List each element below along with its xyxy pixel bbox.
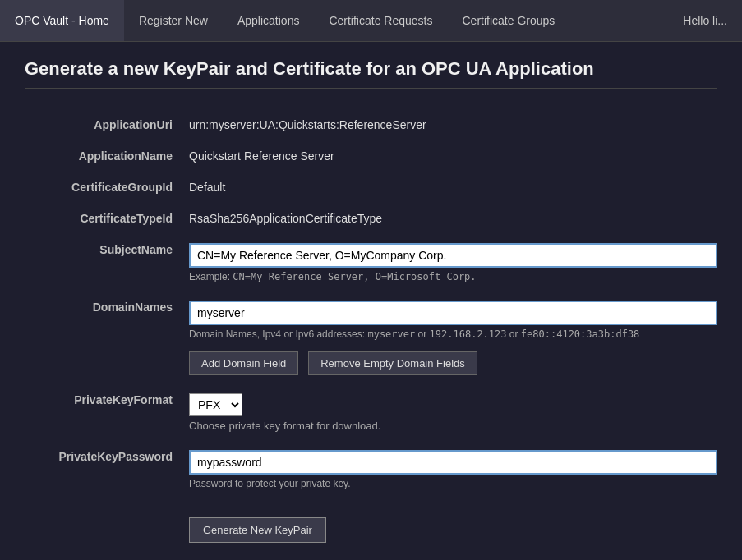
domain-names-example1: myserver (367, 328, 415, 340)
private-key-password-label: PrivateKeyPassword (25, 445, 189, 463)
subject-name-field-group: Example: CN=My Reference Server, O=Micro… (189, 238, 717, 282)
certificate-type-id-value: RsaSha256ApplicationCertificateType (189, 207, 717, 225)
submit-row: Generate New KeyPair (25, 503, 717, 543)
main-content: Generate a new KeyPair and Certificate f… (0, 42, 742, 560)
nav-home[interactable]: OPC Vault - Home (0, 0, 124, 41)
application-name-label: ApplicationName (25, 145, 189, 163)
domain-names-row: DomainNames Domain Names, Ipv4 or Ipv6 a… (25, 296, 717, 375)
private-key-format-row: PrivateKeyFormat PFX PEM Choose private … (25, 388, 717, 432)
submit-group: Generate New KeyPair (189, 503, 717, 543)
application-name-row: ApplicationName Quickstart Reference Ser… (25, 145, 717, 163)
application-uri-value: urn:myserver:UA:Quickstarts:ReferenceSer… (189, 113, 717, 131)
private-key-format-field-group: PFX PEM Choose private key format for do… (189, 388, 717, 432)
certificate-type-id-label: CertificateTypeId (25, 207, 189, 225)
private-key-format-hint: Choose private key format for download. (189, 420, 717, 432)
domain-buttons-group: Add Domain Field Remove Empty Domain Fie… (189, 345, 717, 375)
certificate-group-id-label: CertificateGroupId (25, 176, 189, 194)
domain-names-example3: fe80::4120:3a3b:df38 (521, 328, 640, 340)
nav-certificate-requests[interactable]: Certificate Requests (314, 0, 447, 41)
domain-names-or1: or (415, 328, 429, 340)
subject-name-hint-prefix: Example: (189, 271, 233, 282)
domain-names-hint: Domain Names, Ipv4 or Ipv6 addresses: my… (189, 328, 717, 340)
nav-applications[interactable]: Applications (223, 0, 315, 41)
subject-name-hint-value: CN=My Reference Server, O=Microsoft Corp… (233, 271, 476, 282)
page-title: Generate a new KeyPair and Certificate f… (25, 58, 717, 89)
domain-names-hint-prefix: Domain Names, Ipv4 or Ipv6 addresses: (189, 328, 367, 340)
private-key-format-select[interactable]: PFX PEM (189, 393, 242, 416)
submit-label-spacer (25, 503, 189, 507)
nav-certificate-groups[interactable]: Certificate Groups (447, 0, 569, 41)
private-key-password-field-group: Password to protect your private key. (189, 445, 717, 489)
remove-empty-domain-fields-button[interactable]: Remove Empty Domain Fields (308, 351, 477, 375)
subject-name-row: SubjectName Example: CN=My Reference Ser… (25, 238, 717, 282)
navigation: OPC Vault - Home Register New Applicatio… (0, 0, 742, 42)
domain-names-example2: 192.168.2.123 (430, 328, 507, 340)
form: ApplicationUri urn:myserver:UA:Quickstar… (25, 113, 717, 543)
subject-name-input[interactable] (189, 243, 717, 268)
nav-register-new[interactable]: Register New (124, 0, 223, 41)
domain-names-label: DomainNames (25, 296, 189, 314)
private-key-password-input[interactable] (189, 450, 717, 475)
domain-names-input[interactable] (189, 301, 717, 325)
private-key-format-label: PrivateKeyFormat (25, 388, 189, 406)
domain-names-field-group: Domain Names, Ipv4 or Ipv6 addresses: my… (189, 296, 717, 375)
certificate-group-id-row: CertificateGroupId Default (25, 176, 717, 194)
application-name-value: Quickstart Reference Server (189, 145, 717, 163)
generate-keypair-button[interactable]: Generate New KeyPair (189, 517, 326, 543)
subject-name-hint: Example: CN=My Reference Server, O=Micro… (189, 271, 717, 282)
certificate-type-id-row: CertificateTypeId RsaSha256ApplicationCe… (25, 207, 717, 225)
private-key-password-row: PrivateKeyPassword Password to protect y… (25, 445, 717, 489)
application-uri-label: ApplicationUri (25, 113, 189, 131)
application-uri-row: ApplicationUri urn:myserver:UA:Quickstar… (25, 113, 717, 131)
domain-names-or2: or (507, 328, 521, 340)
certificate-group-id-value: Default (189, 176, 717, 194)
subject-name-label: SubjectName (25, 238, 189, 256)
private-key-password-hint: Password to protect your private key. (189, 478, 717, 489)
nav-user: Hello li... (668, 0, 742, 41)
add-domain-field-button[interactable]: Add Domain Field (189, 351, 298, 375)
